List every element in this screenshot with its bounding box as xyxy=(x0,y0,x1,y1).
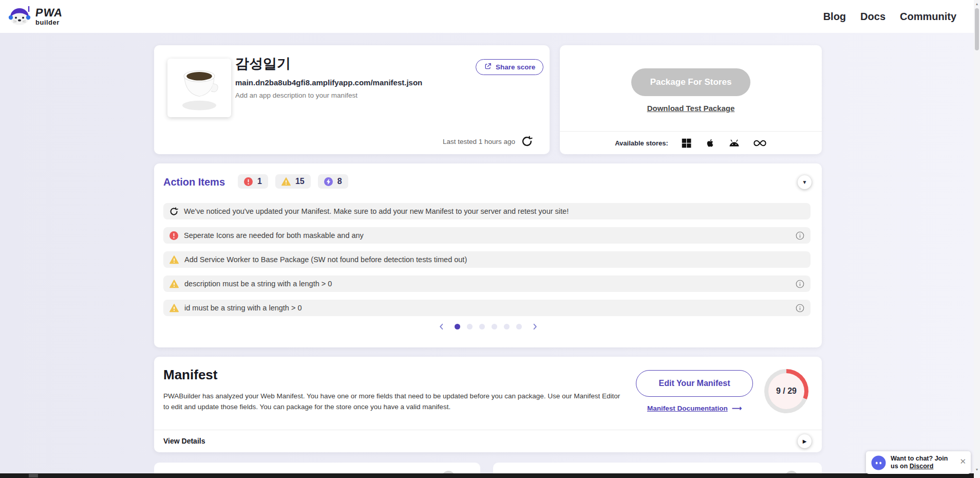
app-description-hint: Add an app description to your manifest xyxy=(235,91,357,99)
last-tested-text: Last tested 1 hours ago xyxy=(443,138,515,145)
page-scrollbar[interactable]: ▲ ▼ xyxy=(974,0,980,478)
error-count: 1 xyxy=(257,177,262,186)
discord-text-line1: Want to chat? Join xyxy=(891,455,948,462)
package-card: Package For Stores Download Test Package… xyxy=(560,45,822,154)
action-items-badges: 1158 xyxy=(238,174,348,189)
error-icon xyxy=(244,177,253,186)
manifest-score-label: 9 / 29 xyxy=(768,373,804,409)
manifest-documentation-link[interactable]: Manifest Documentation xyxy=(647,405,728,412)
retest-icon xyxy=(169,207,178,216)
action-items-list: We've noticed you've updated your Manife… xyxy=(163,203,811,316)
manifest-card: Manifest PWABuilder has analyzed your We… xyxy=(154,357,822,452)
action-item-row[interactable]: Add Service Worker to Base Package (SW n… xyxy=(163,251,811,268)
optimization-count-badge[interactable]: 8 xyxy=(318,174,348,189)
nav-link-blog[interactable]: Blog xyxy=(823,11,846,23)
manifest-doc-row: Manifest Documentation⟶ xyxy=(636,404,753,412)
pagination-prev-button[interactable] xyxy=(438,323,445,330)
android-store-icon xyxy=(728,139,740,147)
info-icon[interactable] xyxy=(796,304,804,312)
arrow-right-icon: ⟶ xyxy=(732,405,742,412)
available-stores-row: Available stores: xyxy=(560,132,822,154)
otter-mascot-icon xyxy=(8,5,31,28)
optimization-count: 8 xyxy=(337,177,342,186)
top-header: PWA builder BlogDocsCommunity xyxy=(0,0,980,33)
refresh-icon xyxy=(521,136,533,147)
action-items-title: Action Items xyxy=(163,176,225,188)
available-stores-label: Available stores: xyxy=(615,139,668,147)
app-info-card: 감성일기 main.dn2ba8ub4gfi8.amplifyapp.com/m… xyxy=(154,45,550,154)
scrollbar-thumb[interactable] xyxy=(975,8,979,50)
pagination-dot-3[interactable] xyxy=(479,324,485,329)
warning-count-badge[interactable]: 15 xyxy=(275,174,311,189)
pwabuilder-logo[interactable]: PWA builder xyxy=(8,5,63,28)
action-item-text: Seperate Icons are needed for both maska… xyxy=(184,231,364,240)
error-icon xyxy=(169,231,178,240)
discord-close-button[interactable]: ✕ xyxy=(958,456,967,466)
app-icon xyxy=(167,59,231,117)
action-item-text: description must be a string with a leng… xyxy=(184,280,332,288)
scrollbar-up-arrow[interactable]: ▲ xyxy=(974,0,980,7)
info-icon[interactable] xyxy=(796,280,804,288)
optimization-icon xyxy=(324,177,333,186)
action-item-text: We've noticed you've updated your Manife… xyxy=(184,207,569,215)
warning-icon xyxy=(169,304,179,312)
meta-store-icon xyxy=(753,139,767,147)
discord-link[interactable]: Discord xyxy=(910,463,934,470)
action-item-row[interactable]: description must be a string with a leng… xyxy=(163,275,811,292)
action-items-card: Action Items 1158 ▼ We've noticed you've… xyxy=(154,163,822,347)
last-tested-row: Last tested 1 hours ago xyxy=(443,135,533,148)
share-icon xyxy=(484,62,492,72)
nav-link-docs[interactable]: Docs xyxy=(860,11,885,23)
info-icon[interactable] xyxy=(796,231,804,240)
pagination-dot-6[interactable] xyxy=(516,324,522,329)
pagination-next-button[interactable] xyxy=(531,323,539,330)
pagination-dot-5[interactable] xyxy=(504,324,510,329)
warning-count: 15 xyxy=(295,177,305,186)
taskbar-chip xyxy=(29,474,38,477)
action-item-row[interactable]: We've noticed you've updated your Manife… xyxy=(163,203,811,219)
discord-chat-widget: Want to chat? Join us on Discord ✕ xyxy=(866,451,971,474)
warning-icon xyxy=(169,255,179,264)
pagination-dot-2[interactable] xyxy=(467,324,473,329)
chevron-right-icon xyxy=(531,323,539,330)
manifest-title: Manifest xyxy=(163,367,217,383)
view-details-expand-button[interactable]: ▶ xyxy=(798,434,812,448)
package-for-stores-button[interactable]: Package For Stores xyxy=(631,68,750,96)
logo-wordmark: PWA builder xyxy=(35,7,63,26)
manifest-score-ring: 9 / 29 xyxy=(764,369,808,413)
chevron-right-play-icon: ▶ xyxy=(803,438,807,444)
coffee-cup-image xyxy=(167,59,231,117)
download-test-package-row: Download Test Package xyxy=(560,104,822,113)
logo-title: PWA xyxy=(34,7,63,19)
retest-button[interactable] xyxy=(521,135,533,148)
app-manifest-url: main.dn2ba8ub4gfi8.amplifyapp.com/manife… xyxy=(235,78,422,87)
warning-icon xyxy=(169,280,179,288)
pagination-dot-4[interactable] xyxy=(492,324,497,329)
share-score-label: Share score xyxy=(496,63,535,71)
download-test-package-link[interactable]: Download Test Package xyxy=(647,104,735,113)
error-count-badge[interactable]: 1 xyxy=(238,174,268,189)
close-icon: ✕ xyxy=(959,457,966,466)
action-item-row[interactable]: Seperate Icons are needed for both maska… xyxy=(163,227,811,244)
share-score-button[interactable]: Share score xyxy=(476,59,543,75)
header-nav: BlogDocsCommunity xyxy=(823,11,956,23)
logo-subtitle: builder xyxy=(35,19,63,26)
taskbar-edge xyxy=(0,473,980,478)
nav-link-community[interactable]: Community xyxy=(900,11,956,23)
pagination-dot-1[interactable] xyxy=(455,324,460,329)
warning-icon xyxy=(281,177,291,186)
discord-text-line2: us on xyxy=(891,463,910,470)
pagination-dots xyxy=(455,324,522,329)
view-details-row[interactable]: View Details ▶ xyxy=(163,430,812,452)
scrollbar-down-arrow[interactable]: ▼ xyxy=(974,466,980,473)
chevron-left-icon xyxy=(438,323,445,330)
discord-icon xyxy=(871,455,886,470)
action-item-row[interactable]: id must be a string with a length > 0 xyxy=(163,300,811,316)
apple-store-icon xyxy=(705,137,715,149)
windows-store-icon xyxy=(681,138,692,149)
edit-manifest-button[interactable]: Edit Your Manifest xyxy=(636,370,753,397)
collapse-action-items-button[interactable]: ▼ xyxy=(798,175,812,189)
manifest-description: PWABuilder has analyzed your Web Manifes… xyxy=(163,391,627,412)
discord-invite-text: Want to chat? Join us on Discord xyxy=(891,455,955,470)
action-items-pagination xyxy=(154,323,822,330)
